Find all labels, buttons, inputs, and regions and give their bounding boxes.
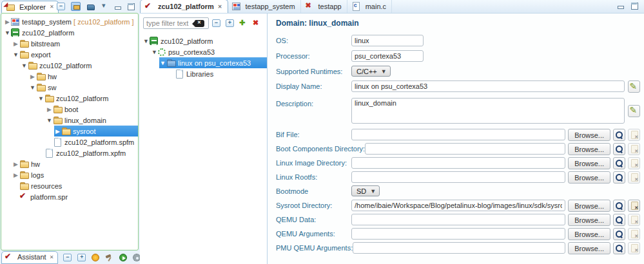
search-button[interactable] [613, 129, 625, 141]
clear-filter-icon[interactable] [195, 20, 204, 27]
tab-explorer[interactable]: Explorer ✕ [1, 1, 59, 13]
browse-button[interactable]: Browse... [568, 200, 610, 212]
search-button[interactable] [613, 242, 625, 254]
sysroot-field[interactable] [351, 200, 565, 211]
expand-all-icon[interactable]: + [226, 19, 234, 27]
settings-sun-icon[interactable] [92, 254, 99, 261]
maximize-icon[interactable] [630, 3, 638, 9]
display-name-field[interactable] [351, 80, 625, 92]
build-hammer-icon[interactable] [105, 254, 113, 261]
chevron-down-icon[interactable]: ▼ [142, 38, 150, 44]
clear-button[interactable] [628, 242, 640, 254]
tab-main-c[interactable]: main.c [347, 0, 392, 13]
chevron-right-icon[interactable]: ▶ [12, 41, 19, 47]
maximize-icon[interactable] [127, 3, 134, 10]
chevron-down-icon[interactable]: ▼ [4, 30, 11, 36]
chevron-down-icon[interactable]: ▼ [12, 52, 19, 58]
browse-button[interactable]: Browse... [568, 171, 610, 184]
chevron-down-icon[interactable]: ▼ [151, 49, 158, 55]
collapse-all-icon[interactable]: − [57, 3, 65, 10]
close-icon[interactable]: ✕ [50, 254, 54, 260]
clear-button[interactable] [628, 214, 640, 226]
search-button[interactable] [613, 143, 625, 155]
chevron-down-icon[interactable]: ▼ [21, 62, 28, 69]
view-menu-icon[interactable] [101, 3, 108, 10]
tab-zcu102-platform[interactable]: zcu102_platform ✕ [140, 0, 228, 13]
outline-item-zcu102-platform[interactable]: ▼ zcu102_platform [142, 35, 267, 46]
browse-button[interactable]: Browse... [568, 228, 610, 240]
clear-button[interactable] [628, 143, 640, 155]
bootmode-dropdown[interactable]: SD ▼ [351, 185, 380, 196]
edit-display-name-button[interactable] [628, 80, 640, 93]
run-icon[interactable] [119, 254, 127, 261]
tab-testapp[interactable]: testapp [301, 0, 347, 13]
tree-item-sw[interactable]: ▼ sw [29, 82, 138, 93]
bif-file-field[interactable] [351, 129, 565, 140]
minimize-icon[interactable] [114, 3, 121, 10]
browse-button[interactable]: Browse... [568, 242, 610, 254]
clear-button[interactable] [628, 228, 640, 240]
tree-item-zcu102-platform-export[interactable]: ▼ zcu102_platform [21, 60, 138, 71]
chevron-right-icon[interactable]: ▶ [4, 19, 11, 25]
search-button[interactable] [613, 157, 625, 169]
outline-item-linux-domain[interactable]: ▼ linux on psu_cortexa53 [159, 57, 267, 68]
chevron-right-icon[interactable]: ▶ [12, 172, 19, 178]
filter-input[interactable] [146, 19, 195, 27]
expand-all-icon[interactable]: + [77, 254, 86, 261]
chevron-right-icon[interactable]: ▶ [12, 161, 19, 167]
tree-item-spfm-file[interactable]: zcu102_platform.spfm [46, 137, 138, 147]
tree-item-logs[interactable]: ▶ logs [12, 169, 138, 180]
boot-components-field[interactable] [365, 143, 565, 155]
tree-item-testapp-system[interactable]: ▶ testapp_system [ zcu102_platform ] [4, 16, 138, 27]
chevron-down-icon[interactable]: ▼ [29, 84, 36, 91]
tree-item-hw[interactable]: ▶ hw [29, 71, 138, 82]
tree-item-platform-spr[interactable]: platform.spr [12, 191, 138, 202]
link-with-editor-icon[interactable] [71, 2, 81, 11]
clear-button[interactable] [628, 129, 640, 141]
minimize-icon[interactable] [617, 3, 624, 9]
qemu-args-field[interactable] [351, 228, 565, 240]
chevron-down-icon[interactable]: ▼ [46, 117, 53, 124]
chevron-down-icon[interactable]: ▼ [159, 60, 166, 66]
browse-button[interactable]: Browse... [568, 214, 610, 226]
chevron-right-icon[interactable]: ▶ [29, 73, 36, 80]
linux-image-field[interactable] [351, 157, 565, 169]
clear-button[interactable] [628, 200, 640, 212]
collapse-all-icon[interactable]: − [63, 254, 72, 261]
chevron-right-icon[interactable]: ▶ [54, 128, 61, 135]
tree-item-hw-root[interactable]: ▶ hw [12, 158, 138, 169]
clear-button[interactable] [628, 157, 640, 169]
edit-description-button[interactable] [628, 105, 640, 117]
processor-field[interactable] [351, 50, 424, 62]
tree-item-bitstream[interactable]: ▶ bitstream [12, 38, 138, 49]
tab-assistant[interactable]: Assistant ✕ [1, 251, 58, 264]
os-field[interactable] [351, 35, 424, 46]
search-button[interactable] [613, 171, 625, 184]
tree-item-zcu102-platform-sw[interactable]: ▼ zcu102_platform [37, 93, 138, 104]
search-button[interactable] [613, 200, 625, 212]
outline-item-libraries[interactable]: Libraries [168, 68, 267, 79]
pmu-qemu-args-field[interactable] [353, 242, 565, 254]
close-icon[interactable]: ✕ [218, 4, 222, 10]
clear-button[interactable] [628, 171, 640, 184]
tree-item-resources[interactable]: resources [12, 180, 138, 191]
remove-domain-icon[interactable] [253, 19, 261, 28]
search-button[interactable] [613, 228, 625, 240]
browse-button[interactable]: Browse... [568, 129, 610, 141]
tab-testapp-system[interactable]: testapp_system [228, 0, 301, 13]
collapse-all-icon[interactable]: − [212, 19, 220, 27]
runtimes-dropdown[interactable]: C/C++ ▼ [351, 66, 391, 77]
outline-item-psu-cortexa53[interactable]: ▼ psu_cortexa53 [151, 46, 267, 57]
chevron-down-icon[interactable]: ▼ [37, 95, 44, 102]
chevron-right-icon[interactable]: ▶ [46, 106, 53, 113]
close-icon[interactable]: ✕ [50, 4, 54, 10]
tree-item-export[interactable]: ▼ export [12, 49, 138, 60]
linux-rootfs-field[interactable] [351, 171, 565, 183]
browse-button[interactable]: Browse... [568, 143, 610, 155]
tree-item-boot[interactable]: ▶ boot [46, 104, 138, 115]
tree-item-zcu102-platform[interactable]: ▼ zcu102_platform [4, 27, 138, 38]
description-field[interactable]: linux_domain [351, 98, 625, 124]
add-domain-icon[interactable] [239, 19, 248, 28]
tree-item-xpfm-file[interactable]: zcu102_platform.xpfm [37, 147, 138, 158]
tree-item-linux-domain[interactable]: ▼ linux_domain [46, 115, 138, 126]
